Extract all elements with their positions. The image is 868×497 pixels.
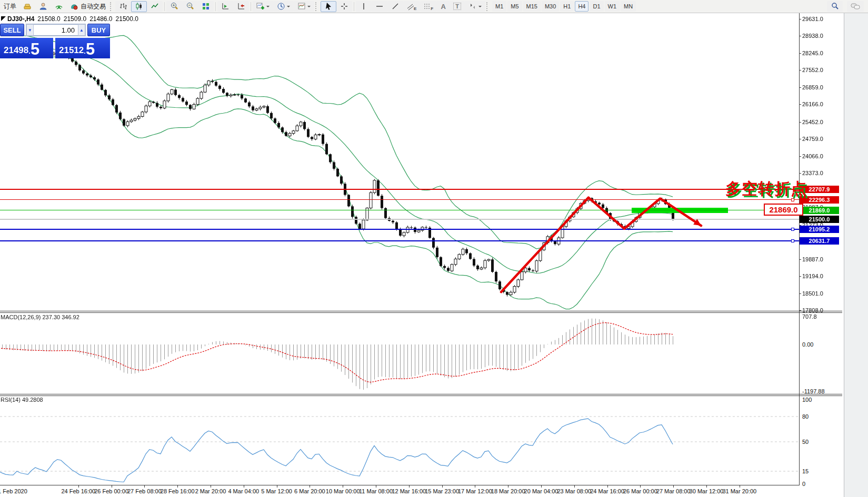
new-chart-button[interactable] <box>253 1 273 12</box>
timeframe-M5[interactable]: M5 <box>507 1 522 12</box>
autotrading-button[interactable]: 自动交易 <box>67 1 109 12</box>
volume-decrease-button[interactable]: ▼ <box>26 24 34 36</box>
rsi-axis-label: 100 <box>802 397 812 403</box>
price-tick-label: 29631.0 <box>802 16 823 22</box>
arrows-tool-icon[interactable] <box>465 1 485 12</box>
tile-windows-icon[interactable] <box>198 1 214 12</box>
price-tick-label: 19887.0 <box>802 256 823 262</box>
toolbar-grip <box>486 2 490 11</box>
one-click-trading-panel: SELL ▼ ▲ BUY 21498 . 5 21512 . 5 <box>0 24 110 58</box>
pane-splitter-rsi[interactable] <box>0 394 842 396</box>
time-axis-tick <box>442 485 443 488</box>
profile-button[interactable] <box>35 1 51 12</box>
time-axis-label: 21 Feb 2020 <box>0 488 27 494</box>
time-axis-tick <box>177 485 178 488</box>
price-tick-label: 26166.0 <box>802 101 823 107</box>
time-axis-label: 30 Mar 12:00 <box>690 488 724 494</box>
periods-button[interactable] <box>273 1 294 12</box>
bar-chart-icon[interactable] <box>115 1 131 12</box>
crosshair-icon[interactable] <box>336 1 352 12</box>
buy-button[interactable]: BUY <box>87 24 110 36</box>
time-axis-label: 23 Mar 08:00 <box>557 488 591 494</box>
rsi-axis-label: 80 <box>802 413 809 420</box>
trendline-tool-icon[interactable] <box>387 1 403 12</box>
toolbar-grip <box>315 2 318 11</box>
channel-tool-icon[interactable]: E <box>403 1 420 12</box>
price-tick-label: 28245.0 <box>802 50 823 56</box>
chart-shift-icon[interactable] <box>233 1 249 12</box>
toolbar-separator <box>354 2 354 11</box>
time-axis-label: 6 Mar 20:00 <box>294 488 325 494</box>
search-icon[interactable] <box>827 1 843 12</box>
signals-button[interactable] <box>51 1 67 12</box>
chat-icon[interactable] <box>847 1 864 12</box>
close-value: 21500.0 <box>116 15 138 23</box>
line-chart-icon[interactable] <box>147 1 163 12</box>
rsi-pane-canvas[interactable] <box>0 396 799 485</box>
high-value: 21509.0 <box>64 15 86 23</box>
time-axis-label: 27 Mar 08:00 <box>656 488 691 494</box>
timeframe-W1[interactable]: W1 <box>605 1 620 12</box>
time-axis-label: 4 Mar 04:00 <box>228 488 259 494</box>
volume-input[interactable] <box>34 24 78 36</box>
macd-pane-canvas[interactable] <box>0 313 799 394</box>
timeframe-D1[interactable]: D1 <box>590 1 603 12</box>
price-tick-label: 24759.0 <box>802 136 823 142</box>
time-axis-tick <box>343 485 343 488</box>
toolbar-grip <box>110 2 113 11</box>
market-icon[interactable] <box>19 1 35 12</box>
fibonacci-tool-icon[interactable]: F <box>420 1 437 12</box>
timeframe-M30[interactable]: M30 <box>542 1 559 12</box>
price-tick-label: 19194.0 <box>802 273 823 279</box>
symbol-marker-icon <box>1 16 6 21</box>
buy-price[interactable]: 21512 . 5 <box>55 38 110 58</box>
level-line-handle[interactable] <box>791 228 794 231</box>
level-line[interactable] <box>0 240 799 241</box>
macd-axis-label: 0.00 <box>802 341 813 348</box>
time-axis-tick <box>740 485 740 488</box>
zoom-out-icon[interactable] <box>182 1 198 12</box>
open-value: 21508.0 <box>37 15 60 23</box>
time-axis-tick <box>508 485 508 488</box>
timeframe-MN[interactable]: MN <box>621 1 636 12</box>
timeframe-M1[interactable]: M1 <box>492 1 506 12</box>
candlestick-icon[interactable] <box>131 1 147 12</box>
new-order-button[interactable]: 订单 <box>1 1 19 12</box>
text-label-tool-icon[interactable]: T <box>450 1 465 12</box>
vertical-line-tool-icon[interactable] <box>356 1 372 12</box>
chart-area: DJ30-,H4 21508.0 21509.0 21486.0 21500.0… <box>0 13 868 497</box>
time-axis-tick <box>574 485 575 488</box>
price-pane-canvas[interactable] <box>0 13 799 311</box>
level-line[interactable] <box>0 229 799 230</box>
templates-button[interactable] <box>294 1 314 12</box>
level-line[interactable] <box>0 199 799 200</box>
pane-splitter-macd[interactable] <box>0 311 842 313</box>
price-tick-label: 27552.0 <box>802 67 823 73</box>
cursor-icon[interactable] <box>321 1 336 12</box>
sell-price[interactable]: 21498 . 5 <box>0 38 53 58</box>
time-axis-label: 18 Mar 20:00 <box>491 488 525 494</box>
horizontal-line-tool-icon[interactable] <box>372 1 387 12</box>
timeframe-M15[interactable]: M15 <box>523 1 541 12</box>
time-axis-tick <box>640 485 641 488</box>
time-axis-tick <box>376 485 376 488</box>
price-tick-label: 25452.0 <box>802 119 823 125</box>
level-line-handle[interactable] <box>791 239 794 242</box>
timeframe-H1[interactable]: H1 <box>560 1 574 12</box>
headline-annotation: 多空转折点 <box>725 178 807 200</box>
level-line[interactable] <box>0 189 799 190</box>
price-tag-annotation[interactable]: 21869.0 <box>764 204 803 216</box>
timeframe-H4[interactable]: H4 <box>575 1 588 12</box>
sell-button[interactable]: SELL <box>0 24 24 36</box>
time-axis-label: 11 Mar 08:00 <box>359 488 393 494</box>
level-line[interactable] <box>0 210 799 210</box>
mt4-window: { "toolbar": { "new_order_label": "订单", … <box>0 0 868 497</box>
zoom-in-icon[interactable] <box>166 1 182 12</box>
price-tick-label: 26859.0 <box>802 84 823 90</box>
auto-scroll-icon[interactable] <box>217 1 233 12</box>
macd-axis-label: 707.8 <box>802 313 817 320</box>
text-tool-icon[interactable]: A <box>437 1 450 12</box>
symbol-label: DJ30-,H4 <box>7 15 34 23</box>
time-axis-label: 20 Mar 04:00 <box>524 488 558 494</box>
volume-increase-button[interactable]: ▲ <box>78 24 85 36</box>
